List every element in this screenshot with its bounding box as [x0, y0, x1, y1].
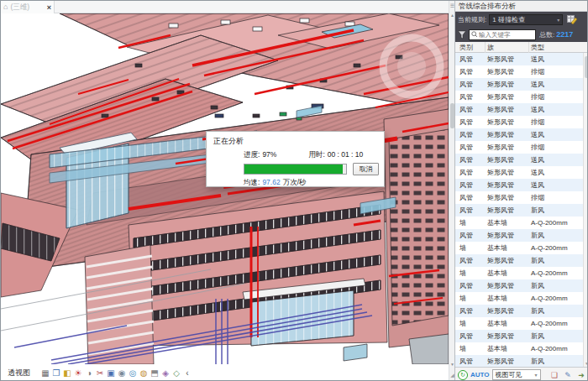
- table-cell: 新风: [529, 279, 588, 292]
- table-row[interactable]: 风管矩形风管新风: [455, 229, 588, 242]
- detail-level-icon[interactable]: ❐: [51, 368, 61, 378]
- table-scrollbar[interactable]: ▼: [583, 53, 588, 367]
- table-cell: 矩形风管: [486, 330, 529, 342]
- 3d-model-canvas[interactable]: [1, 13, 449, 364]
- dialog-title[interactable]: 正在分析: [207, 132, 384, 149]
- table-cell: 墙: [455, 292, 486, 305]
- rule-row: 当前规则: 1 碰撞检查 ▾: [455, 12, 588, 27]
- drawing-area: ⌂ (三维) ×: [1, 1, 449, 381]
- table-cell: 墙: [455, 217, 486, 229]
- rule-dropdown[interactable]: 1 碰撞检查 ▾: [489, 14, 563, 25]
- table-cell: 风管: [455, 355, 486, 367]
- show-crop-region-icon[interactable]: ▣: [106, 368, 116, 378]
- table-row[interactable]: 风管矩形风管新风: [455, 305, 588, 317]
- search-icon: [471, 31, 477, 38]
- cancel-button[interactable]: 取消: [353, 163, 379, 175]
- table-row[interactable]: 墙基本墙A-Q-200mm: [455, 317, 588, 330]
- speed-unit: 万次/秒: [283, 178, 307, 188]
- table-cell: 矩形风管: [486, 116, 529, 128]
- table-row[interactable]: 风管矩形风管排烟: [455, 65, 588, 78]
- refresh-icon[interactable]: ↻: [458, 370, 468, 380]
- table-cell: 送风: [529, 53, 588, 65]
- panel-splitter-scrollbar[interactable]: ☰ ▲ ▼ ◢: [449, 1, 454, 381]
- table-scroll-down-icon[interactable]: ▼: [584, 361, 588, 366]
- table-row[interactable]: 风管矩形风管新风: [455, 279, 588, 292]
- batch-edit-icon[interactable]: ✎: [563, 370, 573, 380]
- table-cell: 矩形风管: [486, 254, 529, 267]
- progress-dialog: 正在分析 进度: 97% 用时: 00 : 01 : 10 取消 均速: 97.…: [206, 131, 385, 187]
- table-cell: 矩形风管: [486, 65, 529, 78]
- expand-toolbar-icon[interactable]: ‹: [182, 368, 192, 378]
- shadows-icon[interactable]: ◑: [84, 368, 94, 378]
- table-row[interactable]: 风管矩形风管送风: [455, 128, 588, 141]
- table-cell: 墙: [455, 317, 486, 330]
- table-cell: 新风: [529, 204, 588, 217]
- sun-path-icon[interactable]: ☀: [73, 368, 83, 378]
- speed-value: 97.62: [262, 178, 280, 188]
- table-row[interactable]: 风管矩形风管排烟: [455, 191, 588, 204]
- table-row[interactable]: 墙基本墙A-Q-200mm: [455, 217, 588, 229]
- table-cell: 风管: [455, 103, 486, 116]
- search-input[interactable]: [479, 31, 533, 39]
- temporary-view-properties-icon[interactable]: ◈: [160, 368, 171, 378]
- table-cell: 风管: [455, 78, 486, 91]
- table-row[interactable]: 风管矩形风管排烟: [455, 116, 588, 128]
- table-row[interactable]: 墙基本墙A-Q-200mm: [455, 292, 588, 305]
- export-report-icon[interactable]: ❏: [549, 370, 559, 380]
- table-cell: 基本墙: [486, 267, 529, 279]
- table-row[interactable]: 墙基本墙A-Q-200mm: [455, 267, 588, 279]
- visual-style-icon[interactable]: ◧: [62, 368, 72, 378]
- table-cell: 风管: [455, 229, 486, 242]
- table-cell: 排烟: [529, 91, 588, 103]
- bim-model-svg: [1, 13, 449, 364]
- temporary-hide-isolate-icon[interactable]: ◎: [128, 368, 138, 378]
- auto-toggle[interactable]: AUTO: [470, 371, 490, 378]
- table-row[interactable]: 风管矩形风管送风: [455, 103, 588, 116]
- elapsed-label: 用时:: [308, 150, 324, 160]
- table-row[interactable]: 风管矩形风管新风: [455, 254, 588, 267]
- edit-rules-icon: [567, 14, 577, 24]
- view-tab-3d[interactable]: ⌂ (三维) ×: [1, 1, 55, 13]
- visibility-dropdown[interactable]: 视图可见 ▾: [492, 369, 541, 380]
- analysis-panel: 管线综合排布分析 当前规则: 1 碰撞检查 ▾: [454, 1, 588, 381]
- table-row[interactable]: 风管矩形风管新风: [455, 330, 588, 342]
- table-row[interactable]: 风管矩形风管送风: [455, 154, 588, 166]
- scale-icon[interactable]: ▦: [40, 368, 50, 378]
- table-scrollbar-thumb[interactable]: [585, 56, 588, 78]
- table-row[interactable]: 风管矩形风管送风: [455, 179, 588, 191]
- table-row[interactable]: 风管矩形风管新风: [455, 204, 588, 217]
- export-file-icon[interactable]: ➜: [576, 370, 586, 380]
- table-cell: 基本墙: [486, 217, 529, 229]
- column-header-category[interactable]: 类别: [455, 42, 486, 53]
- search-row: 总数: 2217: [455, 27, 588, 42]
- table-row[interactable]: 风管矩形风管送风: [455, 53, 588, 65]
- table-cell: 风管: [455, 330, 486, 342]
- table-cell: 墙: [455, 242, 486, 254]
- table-cell: A-Q-200mm: [529, 292, 588, 305]
- reveal-hidden-elements-icon[interactable]: ◍: [139, 368, 149, 378]
- table-cell: 风管: [455, 154, 486, 166]
- crop-view-icon[interactable]: ✂: [95, 368, 105, 378]
- speed-label: 均速:: [244, 178, 260, 188]
- table-row[interactable]: 风管矩形风管新风: [455, 355, 588, 367]
- table-row[interactable]: 墙基本墙A-Q-200mm: [455, 342, 588, 355]
- table-cell: 矩形风管: [486, 141, 529, 154]
- analysis-display-icon[interactable]: ◇: [171, 368, 181, 378]
- table-cell: 送风: [529, 128, 588, 141]
- table-row[interactable]: 墙基本墙A-Q-200mm: [455, 242, 588, 254]
- filter-icon[interactable]: [458, 30, 466, 39]
- table-row[interactable]: 风管矩形风管送风: [455, 166, 588, 179]
- table-cell: 矩形风管: [486, 154, 529, 166]
- column-header-type[interactable]: 类型: [529, 42, 588, 53]
- table-row[interactable]: 风管矩形风管排烟: [455, 141, 588, 154]
- column-header-family[interactable]: 族: [486, 42, 529, 53]
- lock-3d-view-icon[interactable]: ◉: [117, 368, 127, 378]
- table-cell: 风管: [455, 141, 486, 154]
- close-tab-icon[interactable]: ×: [47, 3, 51, 12]
- edit-rules-button[interactable]: [565, 14, 578, 25]
- table-row[interactable]: 风管矩形风管送风: [455, 78, 588, 91]
- view-name-label: 透视图: [8, 368, 30, 378]
- worksharing-display-icon[interactable]: ⬒: [150, 368, 160, 378]
- table-cell: 送风: [529, 179, 588, 191]
- table-row[interactable]: 风管矩形风管排烟: [455, 91, 588, 103]
